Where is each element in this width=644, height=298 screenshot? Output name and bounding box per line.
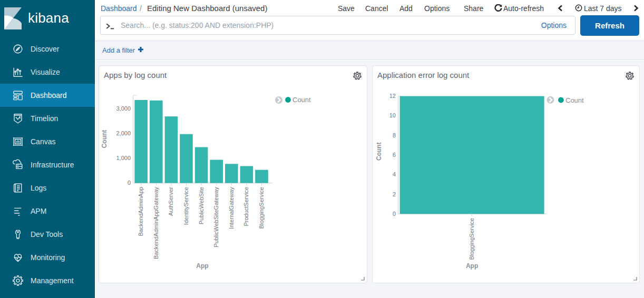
svg-text:InternalGateway: InternalGateway bbox=[228, 187, 235, 230]
svg-text:12: 12 bbox=[389, 93, 396, 99]
svg-text:ProductService: ProductService bbox=[243, 187, 249, 226]
svg-text:PublicWebSite: PublicWebSite bbox=[198, 187, 204, 224]
svg-text:Count: Count bbox=[101, 130, 108, 148]
svg-text:0: 0 bbox=[393, 211, 396, 217]
svg-text:BackendAdminAppGateway: BackendAdminAppGateway bbox=[153, 187, 159, 259]
svg-text:BackendAdminApp: BackendAdminApp bbox=[138, 187, 144, 236]
svg-text:10: 10 bbox=[389, 112, 396, 118]
svg-text:2: 2 bbox=[393, 191, 396, 197]
svg-text:Count: Count bbox=[565, 96, 584, 104]
svg-text:3,000: 3,000 bbox=[116, 105, 131, 112]
svg-text:1,000: 1,000 bbox=[116, 155, 131, 161]
svg-text:6: 6 bbox=[393, 152, 396, 158]
svg-text:2,000: 2,000 bbox=[116, 130, 131, 136]
svg-text:IdentityService: IdentityService bbox=[183, 187, 189, 225]
svg-text:Count: Count bbox=[376, 142, 383, 161]
svg-text:BloggingService: BloggingService bbox=[469, 218, 475, 260]
svg-text:8: 8 bbox=[393, 132, 396, 138]
svg-text:Count: Count bbox=[292, 96, 311, 104]
svg-text:0: 0 bbox=[128, 180, 131, 186]
svg-text:PublicWebSiteGateway: PublicWebSiteGateway bbox=[213, 187, 219, 247]
svg-text:4: 4 bbox=[393, 171, 396, 177]
svg-text:App: App bbox=[196, 262, 208, 270]
svg-text:App: App bbox=[466, 262, 478, 270]
svg-text:AuthServer: AuthServer bbox=[168, 187, 174, 216]
svg-text:BloggingService: BloggingService bbox=[258, 187, 265, 229]
